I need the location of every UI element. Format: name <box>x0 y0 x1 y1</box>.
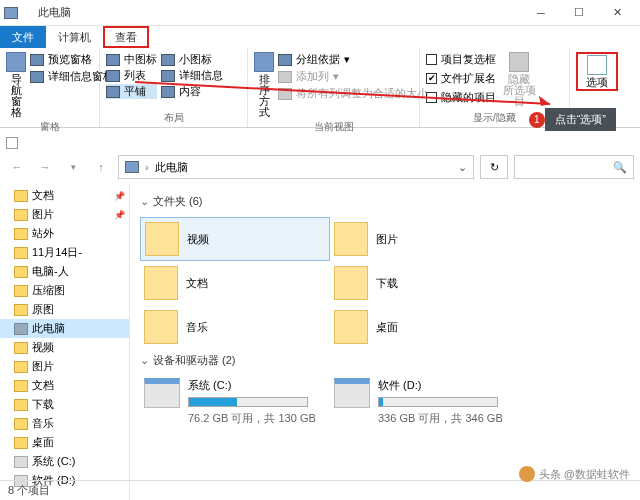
group-label-view: 当前视图 <box>254 118 413 134</box>
sort-icon <box>254 52 274 72</box>
up-button[interactable]: ↑ <box>90 156 112 178</box>
hide-icon <box>509 52 529 72</box>
folder-label: 文档 <box>186 276 208 291</box>
tab-file[interactable]: 文件 <box>0 26 46 48</box>
group-label-layout: 布局 <box>106 109 241 125</box>
folder-label: 视频 <box>187 232 209 247</box>
close-button[interactable]: ✕ <box>598 0 636 26</box>
fitcols-button[interactable]: 将所有列调整为合适的大小 <box>278 86 428 101</box>
folder-icon <box>14 380 28 392</box>
folder-tile[interactable]: 音乐 <box>140 305 330 349</box>
menu-tabs: 文件 计算机 查看 <box>0 26 640 48</box>
drive-tile[interactable]: 系统 (C:)76.2 GB 可用，共 130 GB <box>140 376 330 428</box>
drive-tile[interactable]: 软件 (D:)336 GB 可用，共 346 GB <box>330 376 520 428</box>
nav-bar: ← → ▾ ↑ › 此电脑 ⌄ ↻ 🔍 <box>0 156 640 184</box>
folder-label: 图片 <box>376 232 398 247</box>
layout-icon <box>106 54 120 66</box>
content-area: ⌄文件夹 (6) 视频图片文档下载音乐桌面 ⌄设备和驱动器 (2) 系统 (C:… <box>130 184 640 500</box>
folder-icon <box>14 437 28 449</box>
tree-label: 电脑-人 <box>32 264 69 279</box>
section-drives[interactable]: ⌄设备和驱动器 (2) <box>140 353 630 368</box>
layout-list[interactable]: 列表 <box>106 68 157 83</box>
tree-item[interactable]: 电脑-人 <box>0 262 129 281</box>
folder-icon <box>14 266 28 278</box>
tree-label: 11月14日- <box>32 245 82 260</box>
breadcrumb[interactable]: 此电脑 <box>155 160 188 175</box>
layout-tiles[interactable]: 平铺 <box>106 84 157 99</box>
search-input[interactable]: 🔍 <box>514 155 634 179</box>
folder-icon <box>14 399 28 411</box>
hidden-items[interactable]: 隐藏的项目 <box>426 90 496 105</box>
tree-item[interactable]: 视频 <box>0 338 129 357</box>
forward-button[interactable]: → <box>34 156 56 178</box>
drive-usage-bar <box>378 397 498 407</box>
minimize-button[interactable]: ─ <box>522 0 560 26</box>
annotation-callout: 1 点击“选项” <box>529 108 616 131</box>
drive-usage-bar <box>188 397 308 407</box>
layout-small[interactable]: 小图标 <box>161 52 223 67</box>
tree-item[interactable]: 11月14日- <box>0 243 129 262</box>
drive-icon <box>144 378 180 408</box>
tree-label: 桌面 <box>32 435 54 450</box>
item-checkboxes[interactable]: 项目复选框 <box>426 52 496 67</box>
tree-item[interactable]: 压缩图 <box>0 281 129 300</box>
folder-label: 下载 <box>376 276 398 291</box>
folder-tile[interactable]: 文档 <box>140 261 330 305</box>
preview-icon <box>30 54 44 66</box>
tree-label: 此电脑 <box>32 321 65 336</box>
folder-tile[interactable]: 视频 <box>140 217 330 261</box>
maximize-button[interactable]: ☐ <box>560 0 598 26</box>
tree-item[interactable]: 桌面 <box>0 433 129 452</box>
folder-label: 音乐 <box>186 320 208 335</box>
folder-icon <box>144 310 178 344</box>
sort-button[interactable]: 排序方式 <box>254 50 274 118</box>
chevron-down-icon: ⌄ <box>140 195 149 208</box>
recent-button[interactable]: ▾ <box>62 156 84 178</box>
addcol-button[interactable]: 添加列 ▾ <box>278 69 428 84</box>
section-folders[interactable]: ⌄文件夹 (6) <box>140 194 630 209</box>
layout-details[interactable]: 详细信息 <box>161 68 223 83</box>
folder-icon <box>14 228 28 240</box>
layout-medium[interactable]: 中图标 <box>106 52 157 67</box>
watermark: 头条 @数据蛙软件 <box>519 466 630 482</box>
groupby-button[interactable]: 分组依据 ▾ <box>278 52 428 67</box>
hide-selected-button[interactable]: 隐藏 所选项目 <box>500 50 538 109</box>
select-all-checkbox[interactable] <box>6 137 18 149</box>
tree-item[interactable]: 原图 <box>0 300 129 319</box>
tree-item[interactable]: 图片 <box>0 357 129 376</box>
nav-pane-button[interactable]: 导航窗格 <box>6 50 26 118</box>
refresh-button[interactable]: ↻ <box>480 155 508 179</box>
computer-icon <box>4 7 18 19</box>
layout-content[interactable]: 内容 <box>161 84 223 99</box>
avatar <box>519 466 535 482</box>
tree-item[interactable]: 音乐 <box>0 414 129 433</box>
chevron-down-icon[interactable]: ⌄ <box>458 161 467 174</box>
folder-icon <box>334 266 368 300</box>
folder-icon <box>14 342 28 354</box>
tab-computer[interactable]: 计算机 <box>46 26 103 48</box>
address-bar[interactable]: › 此电脑 ⌄ <box>118 155 474 179</box>
checkbox-icon <box>426 54 437 65</box>
folder-tile[interactable]: 下载 <box>330 261 520 305</box>
tree-item[interactable]: 此电脑 <box>0 319 129 338</box>
tree-item[interactable]: 站外 <box>0 224 129 243</box>
folder-icon <box>14 323 28 335</box>
folder-label: 桌面 <box>376 320 398 335</box>
tab-view[interactable]: 查看 <box>103 26 149 48</box>
tree-label: 站外 <box>32 226 54 241</box>
nav-pane-icon <box>6 52 26 72</box>
tree-item[interactable]: 文档 <box>0 376 129 395</box>
nav-tree[interactable]: 文档📌图片📌站外11月14日-电脑-人压缩图原图此电脑视频图片文档下载音乐桌面系… <box>0 184 130 500</box>
folder-tile[interactable]: 桌面 <box>330 305 520 349</box>
tree-label: 音乐 <box>32 416 54 431</box>
back-button[interactable]: ← <box>6 156 28 178</box>
file-extensions[interactable]: ✔文件扩展名 <box>426 71 496 86</box>
drive-subtext: 76.2 GB 可用，共 130 GB <box>188 411 316 426</box>
tree-item[interactable]: 图片📌 <box>0 205 129 224</box>
tree-item[interactable]: 文档📌 <box>0 186 129 205</box>
addcol-icon <box>278 71 292 83</box>
tree-item[interactable]: 下载 <box>0 395 129 414</box>
options-button[interactable]: 选项 <box>576 52 618 91</box>
tree-item[interactable]: 系统 (C:) <box>0 452 129 471</box>
folder-tile[interactable]: 图片 <box>330 217 520 261</box>
